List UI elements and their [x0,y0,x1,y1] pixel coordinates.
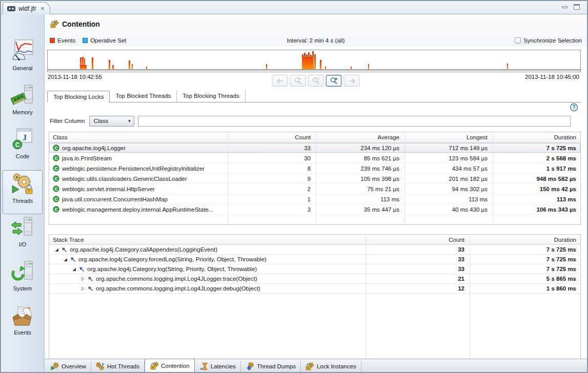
stack-trace-row[interactable]: org.apache.log4j.Category.callAppenders(… [49,245,580,255]
stack-trace-row[interactable]: org.apache.commons.logging.impl.Log4JLog… [49,284,580,294]
tab-top-blocking-locks[interactable]: Top Blocking Locks [47,91,110,102]
zoom-selection-button[interactable] [308,75,324,87]
timeline-baseline [48,69,580,71]
event-bar [507,64,508,69]
svg-text:?: ? [572,105,575,110]
help-button[interactable]: ? [569,102,578,112]
stack-trace-table: Stack TraceCountDurationorg.apache.log4j… [49,234,581,360]
table-row[interactable]: Corg.apache.log4j.Logger33234 ms 120 µs7… [49,143,580,153]
svg-text:C: C [54,156,57,161]
longest-cell: 94 ms 302 µs [404,184,493,194]
sidebar-item-label: General [12,65,32,71]
tab-label: Latencies [211,363,236,369]
longest-cell: 123 ms 584 µs [404,153,493,163]
zoom-in-button[interactable] [326,75,342,87]
count-cell: 33 [366,255,470,264]
stack-trace-row[interactable]: org.apache.log4j.Category.forcedLog(Stri… [49,255,580,264]
tab-hot-threads[interactable]: Hot Threads [91,361,145,372]
editor-tab-wldf-jfr[interactable]: wldf.jfr ✕ [3,2,50,14]
sidebar-item-code[interactable]: JCCode [3,126,43,170]
general-icon [9,38,36,65]
flight-recording-icon [7,5,15,13]
maximize-icon[interactable] [574,4,580,10]
back-button[interactable] [272,75,288,87]
average-cell: 234 ms 120 µs [316,143,404,153]
tab-top-blocking-threads[interactable]: Top Blocking Threads [177,90,245,102]
gears-icon [96,362,105,370]
collapse-arrow-icon[interactable] [72,265,76,273]
column-header-duration[interactable]: Duration [470,235,581,244]
svg-text:J: J [23,133,27,142]
close-icon[interactable]: ✕ [40,6,45,11]
tab-lock-instances[interactable]: Lock Instances [301,361,361,372]
table-row[interactable]: Cweblogic.persistence.PersistenceUnitReg… [49,163,580,174]
zoom-out-button[interactable] [290,75,306,87]
sidebar-item-i-o[interactable]: I/O [3,214,43,258]
synchronize-selection-checkbox[interactable] [515,37,521,44]
sidebar-item-label: Threads [12,198,33,204]
gear-down-arrow-icon [246,362,254,370]
sidebar-item-general[interactable]: General [3,38,43,82]
expand-arrow-icon[interactable] [80,275,85,283]
sidebar-item-memory[interactable]: Memory [3,82,43,126]
sidebar-item-events[interactable]: Events [3,302,43,346]
count-cell: 3 [228,204,316,214]
tab-contention[interactable]: Contention [145,359,195,372]
minimize-icon[interactable] [562,6,567,8]
column-header-average[interactable]: Average [316,132,404,142]
table-row[interactable]: Cweblogic.management.deploy.internal.App… [49,204,580,215]
frame-cell: org.apache.log4j.Category.log(String, Pr… [49,264,366,274]
class-cell: Cjava.util.concurrent.ConcurrentHashMap [49,194,228,204]
sidebar-item-threads[interactable]: Threads [3,170,43,214]
table-row[interactable]: Cjava.io.PrintStream3085 ms 621 µs123 ms… [49,153,580,163]
class-cell: Cweblogic.servlet.internal.HttpServer [49,184,228,194]
filter-text-input[interactable] [138,116,571,127]
forward-button[interactable] [344,75,360,87]
duration-cell: 150 ms 42 µs [493,184,581,194]
longest-cell: 712 ms 149 µs [404,143,493,153]
duration-cell: 948 ms 582 µs [493,174,581,183]
tab-thread-dumps[interactable]: Thread Dumps [241,361,301,372]
page-title: Contention [50,20,100,28]
column-header-count[interactable]: Count [228,132,316,142]
longest-cell: 113 ms [404,194,493,204]
memory-icon [9,82,36,109]
column-header-class[interactable]: Class [49,132,228,142]
tab-top-blocked-threads[interactable]: Top Blocked Threads [110,90,177,102]
class-cell: Cweblogic.utils.classloaders.GenericClas… [49,174,228,183]
duration-cell: 106 ms 343 µs [493,204,581,214]
legend-row: Events Operative Set Interval: 2 min 4 s… [45,37,587,47]
table-row[interactable]: Cweblogic.utils.classloaders.GenericClas… [49,174,580,184]
longest-cell: 40 ms 430 µs [404,204,493,214]
stack-trace-row[interactable]: org.apache.log4j.Category.log(String, Pr… [49,264,580,274]
collapse-arrow-icon[interactable] [63,255,68,263]
column-header-stack-trace[interactable]: Stack Trace [49,235,366,244]
average-cell: 105 ms 398 µs [316,174,404,183]
stack-trace-row[interactable]: org.apache.commons.logging.impl.Log4JLog… [49,274,580,284]
column-header-longest[interactable]: Longest [404,132,493,142]
editor-tab-title: wldf.jfr [18,5,36,12]
editor-tabstrip: wldf.jfr ✕ [1,1,587,14]
tab-latencies[interactable]: Latencies [195,361,241,372]
sidebar-item-system[interactable]: System [3,258,43,302]
tab-overview[interactable]: Overview [46,361,91,372]
table-row[interactable]: Cjava.util.concurrent.ConcurrentHashMap1… [49,194,580,204]
filter-column-dropdown[interactable]: Class ▼ [89,116,134,127]
column-header-count[interactable]: Count [366,235,470,244]
duration-cell: 7 s 725 ms [470,255,581,264]
event-timeline-chart[interactable] [47,50,581,72]
expand-arrow-icon[interactable] [80,284,85,293]
table-row[interactable]: Cweblogic.servlet.internal.HttpServer275… [49,184,580,194]
event-bar [304,53,306,69]
lock-gear-icon [306,362,314,370]
sidebar-item-label: I/O [19,241,27,247]
collapse-arrow-icon[interactable] [54,245,59,254]
event-bar [266,64,267,69]
sidebar-item-label: Events [14,329,31,336]
column-header-duration[interactable]: Duration [493,132,581,142]
filter-column-value: Class [93,118,108,124]
count-cell: 33 [228,143,316,153]
interval-label: Interval: 2 min 4 s (all) [45,37,587,44]
count-cell: 12 [366,284,470,293]
class-icon: C [53,205,59,214]
